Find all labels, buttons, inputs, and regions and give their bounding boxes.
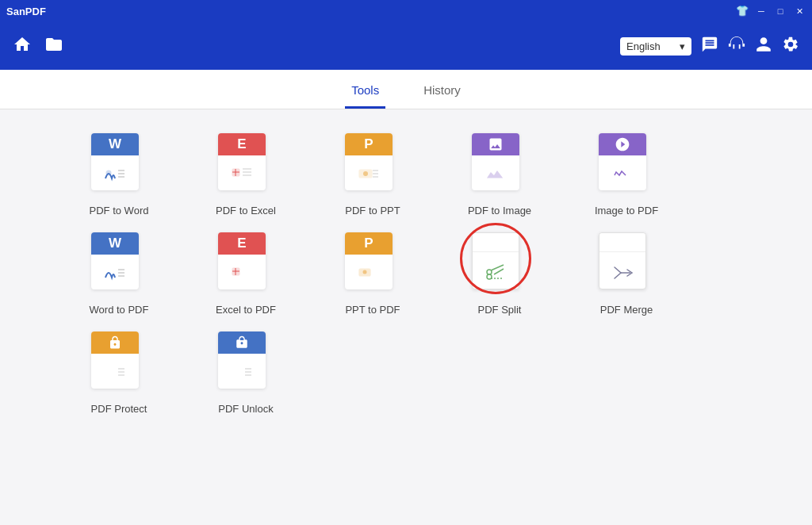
tool-label-excel-to-pdf: Excel to PDF	[216, 304, 276, 316]
tool-label-pdf-merge: PDF Merge	[600, 304, 653, 316]
user-icon[interactable]	[755, 36, 772, 57]
settings-icon[interactable]	[782, 36, 799, 57]
tool-label-pdf-to-excel: PDF to Excel	[216, 205, 276, 217]
headset-icon[interactable]	[728, 36, 745, 57]
tool-label-ppt-to-pdf: PPT to PDF	[345, 304, 400, 316]
language-label: English	[626, 40, 661, 52]
tabs-bar: Tools History	[0, 70, 812, 109]
tool-pdf-to-word[interactable]: W PDF to Word	[63, 133, 174, 217]
svg-point-5	[363, 171, 368, 176]
tool-pdf-to-image[interactable]: PDF to Image	[444, 133, 555, 217]
tool-pdf-unlock[interactable]: PDF Unlock	[190, 331, 301, 415]
tool-label-image-to-pdf: Image to PDF	[595, 205, 658, 217]
tool-word-to-pdf[interactable]: W Word to PDF	[63, 232, 174, 316]
tools-row-3: PDF Protect PDF Unlock	[63, 331, 749, 415]
tool-pdf-protect[interactable]: PDF Protect	[63, 331, 174, 415]
tool-label-pdf-unlock: PDF Unlock	[218, 403, 273, 415]
folder-icon[interactable]	[44, 35, 63, 58]
tool-ppt-to-pdf[interactable]: P PPT to PDF	[317, 232, 428, 316]
minimize-button[interactable]: ─	[755, 5, 768, 17]
tool-pdf-merge[interactable]: PDF Merge	[571, 232, 682, 316]
tool-pdf-split[interactable]: PDF Split	[444, 232, 555, 316]
tool-image-to-pdf[interactable]: Image to PDF	[571, 133, 682, 217]
tools-row-1: W PDF to Word	[63, 133, 749, 217]
tool-label-pdf-to-ppt: PDF to PPT	[345, 205, 400, 217]
close-button[interactable]: ✕	[793, 5, 806, 17]
tab-tools[interactable]: Tools	[345, 74, 385, 109]
tool-label-word-to-pdf: Word to PDF	[90, 304, 149, 316]
header: English ▾	[0, 22, 812, 70]
chat-icon[interactable]	[701, 36, 718, 57]
tool-pdf-to-excel[interactable]: E PDF to Excel	[190, 133, 301, 217]
tool-label-pdf-protect: PDF Protect	[91, 403, 147, 415]
svg-point-10	[363, 270, 367, 274]
tool-pdf-to-ppt[interactable]: P PDF to PPT	[317, 133, 428, 217]
window-controls: 👕 ─ □ ✕	[736, 5, 806, 17]
maximize-button[interactable]: □	[774, 5, 787, 17]
tab-history[interactable]: History	[417, 74, 467, 109]
header-right: English ▾	[620, 36, 799, 57]
svg-line-15	[494, 269, 504, 274]
tools-row-2: W Word to PDF E	[63, 232, 749, 316]
titlebar: SanPDF 👕 ─ □ ✕	[0, 0, 812, 22]
language-selector[interactable]: English ▾	[620, 37, 691, 56]
home-icon[interactable]	[13, 35, 32, 58]
main-content: W PDF to Word	[0, 109, 812, 525]
tool-label-pdf-to-image: PDF to Image	[468, 205, 531, 217]
tool-excel-to-pdf[interactable]: E Excel to PDF	[190, 232, 301, 316]
tray-icon: 👕	[736, 5, 749, 17]
tool-label-pdf-split: PDF Split	[478, 304, 522, 316]
app-title: SanPDF	[6, 6, 46, 17]
header-left	[13, 35, 63, 58]
language-arrow: ▾	[680, 40, 685, 52]
tools-grid: W PDF to Word	[63, 133, 749, 415]
tool-label-pdf-to-word: PDF to Word	[90, 205, 149, 217]
